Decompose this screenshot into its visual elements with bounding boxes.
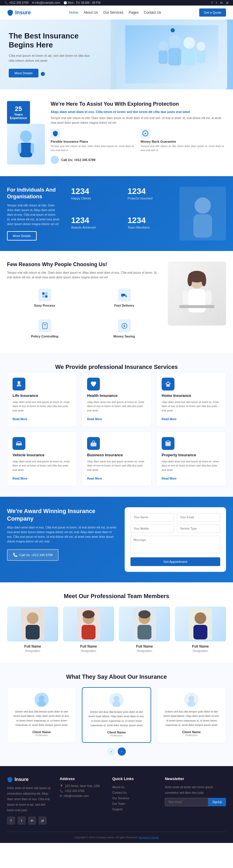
service3-read-more[interactable]: Read More <box>162 417 176 421</box>
testimonial1-role: Profession <box>12 734 70 737</box>
topbar-left: 📞 +012 345 6789 ✉ info@example.com 🕐 Mon… <box>5 1 100 4</box>
call-us: Call Us: +012 345 6789 <box>51 156 226 164</box>
footer-quicklinks-heading: Quick Links <box>112 777 158 781</box>
svg-point-56 <box>195 612 206 624</box>
testimonials-section: What They Say About Our Insurance Dolore… <box>0 663 233 766</box>
footer-link-team[interactable]: Our Team <box>112 801 158 807</box>
team-heading: Meet Our Professional Team Members <box>7 593 226 599</box>
service-business-insurance: Business Insurance Aliqu diam amet eos a… <box>82 432 151 486</box>
hero-section: The Best Insurance Begins Here Clita era… <box>0 20 233 89</box>
reason-policy-controlling: Policy Controlling <box>7 316 82 343</box>
team-grid: Full Name Designation Full Name Designat… <box>7 607 226 653</box>
service4-read-more[interactable]: Read More <box>12 477 27 480</box>
get-quote-button[interactable]: Get a Quote <box>199 8 226 17</box>
footer-link-services[interactable]: Our Services <box>112 796 158 801</box>
footer-link-contact[interactable]: Contact Us <box>112 790 158 796</box>
nav-link-home[interactable]: Home <box>69 10 78 14</box>
reasons-description: Tempor erat elitr rebum at clite. Diam d… <box>7 271 162 280</box>
stats-cta-button[interactable]: More Details <box>7 231 37 241</box>
linkedin-icon[interactable]: in <box>220 1 223 4</box>
navbar: Insure Home About Us Our Services Pages … <box>0 5 233 20</box>
svg-rect-49 <box>82 625 95 640</box>
svg-point-32 <box>202 275 206 286</box>
reasons-grid: Easy Process Fast Delivery Policy Contro… <box>7 285 162 343</box>
form-name-input[interactable] <box>130 513 174 522</box>
footer-youtube-icon[interactable]: yt <box>38 816 47 825</box>
about-image <box>7 124 45 164</box>
testimonial1-text: Dolore sed dua clita tempor justo dolor … <box>12 710 70 727</box>
nav-link-contact[interactable]: Contact Us <box>144 10 161 14</box>
credit-link[interactable]: Bootstrap Theme <box>139 836 159 839</box>
about-text: We're Here To Assist You With Exploring … <box>51 101 226 164</box>
testimonial-prev-button[interactable]: ‹ <box>107 747 115 755</box>
nav-link-pages[interactable]: Pages <box>129 10 139 14</box>
form-mobile-input[interactable] <box>130 524 174 533</box>
about-heading: We're Here To Assist You With Exploring … <box>51 101 226 107</box>
footer-twitter-icon[interactable]: t <box>18 816 26 825</box>
testimonial2-text: Dolore sed dua clita tempor justo dolor … <box>88 710 145 727</box>
svg-point-45 <box>27 612 38 624</box>
service6-read-more[interactable]: Read More <box>162 477 176 480</box>
about-highlight: Aliqu diam amet diam et eos. Clita lorem… <box>51 110 226 114</box>
testimonial-3: Dolore sed dua clita tempor justo dolor … <box>157 687 226 743</box>
footer-linkedin-icon[interactable]: in <box>28 816 36 825</box>
hero-cta-button[interactable]: More Details <box>9 69 38 78</box>
life-insurance-icon <box>12 378 25 391</box>
svg-rect-35 <box>206 290 211 305</box>
get-appointment-button[interactable]: Get Appointment <box>130 557 220 566</box>
nav-link-services[interactable]: Our Services <box>103 10 123 14</box>
service1-read-more[interactable]: Read More <box>12 417 27 421</box>
stats-left: For Individuals And Organisations Tempor… <box>7 187 65 241</box>
feature2-title: Money Back Guarantee <box>141 140 226 143</box>
reasons-section: Few Reasons Why People Choosing Us! Temp… <box>0 251 233 353</box>
form-row-1 <box>130 513 220 522</box>
service5-read-more[interactable]: Read More <box>87 477 102 480</box>
businessman-illustration <box>11 128 40 160</box>
svg-rect-18 <box>42 295 45 298</box>
svg-point-31 <box>187 275 192 286</box>
service2-read-more[interactable]: Read More <box>87 417 102 421</box>
service5-title: Business Insurance <box>87 453 146 457</box>
newsletter-input[interactable] <box>165 798 208 806</box>
svg-point-5 <box>158 41 168 50</box>
nav-link-about[interactable]: About Us <box>84 10 98 14</box>
footer-link-about[interactable]: About Us <box>112 784 158 790</box>
footer-facebook-icon[interactable]: f <box>7 816 15 825</box>
footer-phone-line: 📞 +012 345 6789 <box>60 789 106 793</box>
footer-shield-icon <box>7 777 13 782</box>
testimonial-next-button[interactable]: › <box>118 747 126 755</box>
home-insurance-icon <box>162 378 174 391</box>
twitter-icon[interactable]: t <box>216 1 217 4</box>
testimonial-avatar-2 <box>110 693 123 707</box>
footer-link-support[interactable]: Support <box>112 807 158 812</box>
testimonial-navigation: ‹ › <box>7 747 226 755</box>
team-section: Meet Our Professional Team Members Full … <box>0 582 233 663</box>
footer-grid: Insure Dolor amet sit lorem stet ipsum a… <box>7 777 226 825</box>
money-back-icon <box>141 129 150 138</box>
team-member-4: Full Name Designation <box>175 607 226 653</box>
newsletter-submit-button[interactable]: SignUp <box>208 798 226 806</box>
form-message-input[interactable] <box>130 536 220 553</box>
testimonial3-text: Dolore sed dua clita tempor justo dolor … <box>163 710 221 727</box>
form-service-input[interactable] <box>177 524 220 533</box>
svg-point-62 <box>114 696 119 702</box>
service-vehicle-insurance: Vehicle Insurance Aliqu diam amet eos an… <box>7 432 77 486</box>
facebook-icon[interactable]: f <box>212 1 213 4</box>
testimonial3-role: Profession <box>163 734 221 737</box>
award-heading: We're Award Winning Insurance Company <box>7 507 118 522</box>
newsletter-form: SignUp <box>165 798 226 806</box>
testimonial1-name: Client Name <box>12 730 70 734</box>
svg-rect-33 <box>188 289 206 312</box>
service3-title: Home Insurance <box>162 393 221 398</box>
award-call-button[interactable]: Call Us: +012 345 6789 <box>7 549 59 561</box>
svg-rect-2 <box>168 48 181 65</box>
youtube-icon[interactable]: yt <box>226 1 228 4</box>
svg-rect-15 <box>194 214 212 238</box>
stats-heading: For Individuals And Organisations <box>7 187 59 200</box>
svg-rect-42 <box>91 442 96 446</box>
hero-title: The Best Insurance Begins Here <box>9 31 90 50</box>
feature1-desc: Tempor erat elitr rebum at clite. Diam d… <box>51 145 136 152</box>
nav-logo: Insure <box>7 9 31 16</box>
form-row-2 <box>130 524 220 533</box>
form-email-input[interactable] <box>177 513 220 522</box>
